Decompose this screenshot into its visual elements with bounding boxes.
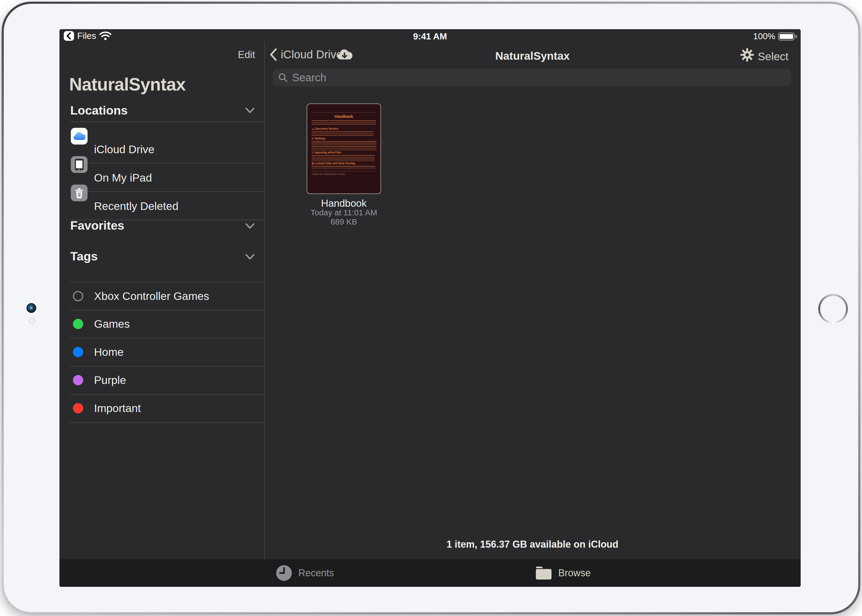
thumb-paragraph bbox=[311, 141, 376, 150]
thumb-heading: ▦ Lexical Color and Style Overlay bbox=[311, 162, 355, 165]
tag-label: Purple bbox=[94, 374, 126, 387]
divider bbox=[70, 422, 264, 423]
divider bbox=[70, 310, 264, 310]
gear-glyph: ⚙ bbox=[311, 137, 314, 140]
divider bbox=[70, 191, 264, 192]
thumb-paragraph bbox=[311, 155, 374, 161]
file-modified-date: Today at 11:01 AM bbox=[291, 208, 397, 217]
home-button[interactable] bbox=[818, 294, 848, 324]
search-icon bbox=[278, 73, 288, 82]
tag-circle-icon bbox=[73, 291, 83, 301]
divider bbox=[70, 122, 264, 122]
folder-icon bbox=[535, 566, 552, 580]
sidebar-item-label: Recently Deleted bbox=[94, 200, 178, 213]
chevron-down-icon[interactable] bbox=[245, 223, 255, 229]
storage-summary: 1 item, 156.37 GB available on iCloud bbox=[264, 539, 801, 550]
thumb-paragraph bbox=[311, 120, 376, 126]
thumb-heading: ⚙ Settings bbox=[311, 137, 326, 140]
sidebar-app-title: NaturalSyntax bbox=[69, 74, 186, 94]
divider bbox=[70, 394, 264, 395]
battery-nub bbox=[796, 35, 797, 38]
sidebar-item-label: iCloud Drive bbox=[94, 143, 154, 156]
thumb-heading: ↥ Importing ePub Files bbox=[311, 151, 341, 154]
tab-bar: Recents Browse bbox=[60, 559, 801, 587]
sidebar-divider bbox=[264, 42, 265, 559]
tab-recents[interactable]: Recents bbox=[275, 559, 340, 587]
tag-circle-icon bbox=[73, 375, 83, 385]
edit-button[interactable]: Edit bbox=[238, 49, 255, 61]
tags-section-header[interactable]: Tags bbox=[70, 249, 98, 263]
favorites-section-header[interactable]: Favorites bbox=[70, 218, 124, 233]
chevron-down-icon[interactable] bbox=[245, 254, 255, 260]
sidebar-item-label: On My iPad bbox=[94, 171, 152, 184]
tab-browse[interactable]: Browse bbox=[535, 559, 600, 587]
trash-icon bbox=[71, 184, 88, 201]
grid-glyph: ▦ bbox=[311, 162, 314, 165]
search-input[interactable] bbox=[291, 71, 752, 84]
tag-circle-icon bbox=[73, 319, 83, 329]
divider bbox=[70, 366, 264, 367]
thumb-title: Handbook bbox=[307, 114, 381, 119]
upload-glyph: ↥ bbox=[311, 151, 314, 154]
tab-label: Browse bbox=[558, 567, 591, 579]
battery-percent: 100% bbox=[753, 31, 775, 41]
select-button[interactable]: Select bbox=[758, 50, 788, 63]
tag-label: Games bbox=[94, 318, 130, 330]
divider bbox=[70, 338, 264, 338]
sidebar: Edit NaturalSyntax Locations iCloud Driv… bbox=[60, 42, 264, 559]
thumb-heading: ☁ Discovery Service bbox=[311, 127, 338, 130]
cloud-glyph: ☁ bbox=[311, 127, 314, 130]
ipad-icon bbox=[71, 156, 88, 173]
files-app-screen: Files 9:41 AM 100% Edit NaturalSyntax Lo… bbox=[60, 29, 801, 587]
tag-label: Xbox Controller Games bbox=[94, 290, 209, 303]
status-time: 9:41 AM bbox=[60, 31, 801, 42]
icloud-drive-icon bbox=[71, 128, 88, 145]
camera-lens-glint bbox=[30, 307, 32, 309]
battery-icon bbox=[778, 32, 795, 41]
clock-icon bbox=[275, 565, 293, 581]
thumb-paragraph bbox=[311, 131, 374, 136]
ambient-light-sensor bbox=[28, 317, 35, 324]
tag-circle-icon bbox=[73, 403, 83, 413]
search-bar[interactable] bbox=[273, 69, 791, 86]
thumb-rule bbox=[311, 171, 376, 171]
thumb-paragraph bbox=[311, 166, 375, 169]
file-name: Handbook bbox=[307, 198, 381, 209]
settings-gear-icon[interactable] bbox=[740, 48, 754, 63]
page-title: NaturalSyntax bbox=[264, 50, 801, 63]
tag-circle-icon bbox=[73, 347, 83, 357]
tag-label: Home bbox=[94, 346, 123, 358]
status-bar: Files 9:41 AM 100% bbox=[60, 29, 801, 42]
file-tile-handbook[interactable]: Handbook ☁ Discovery Service ⚙ Settings … bbox=[307, 104, 381, 194]
home-button-face bbox=[820, 296, 846, 322]
tab-label: Recents bbox=[298, 567, 334, 579]
tag-label: Important bbox=[94, 402, 141, 415]
file-size: 689 KB bbox=[291, 217, 397, 226]
divider bbox=[70, 282, 264, 282]
locations-section-header[interactable]: Locations bbox=[70, 104, 128, 118]
thumb-footer: Thanks for using Natural Syntax! bbox=[311, 173, 345, 175]
divider bbox=[70, 163, 264, 163]
chevron-down-icon[interactable] bbox=[245, 107, 255, 113]
